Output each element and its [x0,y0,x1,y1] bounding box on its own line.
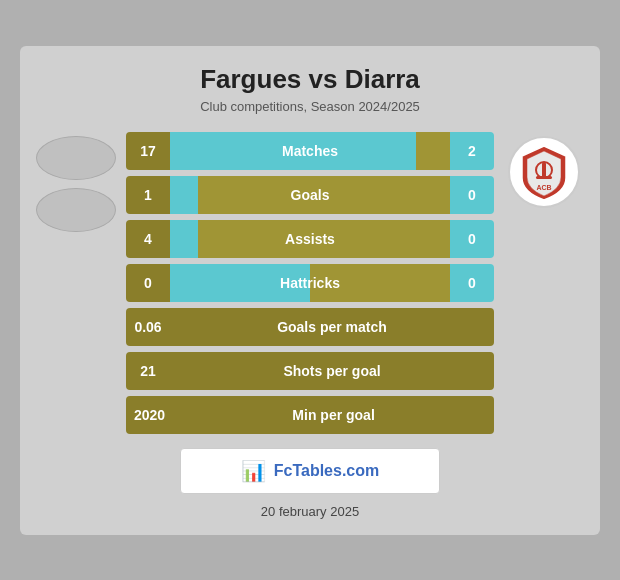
stat-bar-assists: Assists [170,220,450,258]
svg-text:ACB: ACB [536,184,551,191]
stat-row-hattricks: 0Hattricks0 [126,264,494,302]
left-avatar-1 [36,136,116,180]
stat-bar-hattricks: Hattricks [170,264,450,302]
left-avatar-2 [36,188,116,232]
badge-svg: ACB [514,142,574,202]
stat-label-spg: Shots per goal [170,363,494,379]
left-avatars [36,132,116,232]
stat-label-gpm: Goals per match [170,319,494,335]
stat-left-matches: 17 [126,132,170,170]
comparison-card: Fargues vs Diarra Club competitions, Sea… [20,46,600,535]
page-subtitle: Club competitions, Season 2024/2025 [36,99,584,114]
stat-label-matches: Matches [170,143,450,159]
stat-right-hattricks: 0 [450,264,494,302]
stat-left-gpm: 0.06 [126,308,170,346]
stat-label-assists: Assists [170,231,450,247]
stat-label-hattricks: Hattricks [170,275,450,291]
stat-left-hattricks: 0 [126,264,170,302]
date-footer: 20 february 2025 [36,504,584,519]
stat-row-spg: 21Shots per goal [126,352,494,390]
svg-rect-1 [542,162,546,178]
stats-area: 17Matches21Goals04Assists00Hattricks00.0… [36,132,584,434]
stat-left-assists: 4 [126,220,170,258]
stat-right-assists: 0 [450,220,494,258]
stat-left-goals: 1 [126,176,170,214]
fctables-icon: 📊 [241,459,266,483]
stat-right-matches: 2 [450,132,494,170]
stat-bar-spg: Shots per goal [170,352,494,390]
svg-rect-2 [536,176,552,179]
stat-row-gpm: 0.06Goals per match [126,308,494,346]
stat-row-matches: 17Matches2 [126,132,494,170]
page-title: Fargues vs Diarra [36,64,584,95]
stat-bar-goals: Goals [170,176,450,214]
stat-label-mpg: Min per goal [173,407,494,423]
stat-left-mpg: 2020 [126,396,173,434]
stat-left-spg: 21 [126,352,170,390]
fctables-banner: 📊 FcTables.com [180,448,440,494]
team-badge: ACB [508,136,580,208]
fctables-label: FcTables.com [274,462,380,480]
stat-row-goals: 1Goals0 [126,176,494,214]
stat-bar-matches: Matches [170,132,450,170]
stat-right-goals: 0 [450,176,494,214]
right-logo-area: ACB [504,132,584,208]
stat-label-goals: Goals [170,187,450,203]
stat-row-assists: 4Assists0 [126,220,494,258]
stat-bar-gpm: Goals per match [170,308,494,346]
stat-row-mpg: 2020Min per goal [126,396,494,434]
rows-container: 17Matches21Goals04Assists00Hattricks00.0… [126,132,494,434]
stat-bar-mpg: Min per goal [173,396,494,434]
